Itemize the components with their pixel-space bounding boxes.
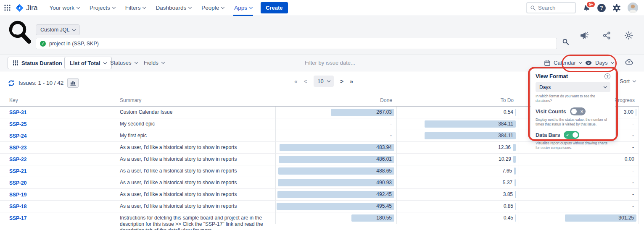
last-page-button[interactable]: » [350, 78, 353, 84]
sort-dropdown[interactable]: Sort [620, 78, 636, 84]
visit-counts-toggle[interactable]: ✕ [570, 107, 586, 115]
duration-value: - [632, 130, 634, 141]
chevron-down-icon [221, 5, 224, 9]
calendar-icon [544, 60, 550, 66]
issue-key-link[interactable]: SSP-25 [9, 121, 26, 127]
issue-key-link[interactable]: SSP-18 [9, 204, 26, 209]
report-type-label: Status Duration [21, 60, 62, 66]
chevron-down-icon [604, 85, 607, 88]
notification-badge: 9+ [586, 0, 596, 8]
view-mode-dropdown[interactable]: List of Total [64, 57, 112, 69]
format-help-text: In which format do you want to see the d… [536, 94, 610, 103]
todo-cell: 5.37 [396, 177, 518, 188]
issue-key-link[interactable]: SSP-19 [9, 192, 26, 198]
duration-value: - [390, 118, 392, 130]
megaphone-icon [580, 31, 589, 39]
inprogress-cell: 0.00 [518, 154, 639, 165]
issue-key-link[interactable]: SSP-24 [9, 133, 26, 139]
key-cell: SSP-19 [0, 189, 120, 200]
nav-item-people[interactable]: People [196, 0, 229, 16]
help-circle-icon[interactable]: ? [604, 73, 610, 79]
user-avatar[interactable] [628, 3, 638, 13]
first-page-button[interactable]: « [294, 78, 298, 84]
app-logo-magnifier-icon [7, 18, 34, 48]
next-page-button[interactable]: > [340, 78, 343, 84]
table-row: SSP-18As a user, I'd like a historical s… [0, 201, 639, 212]
help-button[interactable]: ? [597, 4, 606, 12]
export-button[interactable] [625, 59, 633, 65]
duration-value: 12.36 [498, 142, 511, 153]
key-cell: SSP-25 [0, 118, 120, 130]
summary-cell: As a user, I'd like a historical story t… [120, 189, 275, 200]
duration-value: 3.00 [624, 107, 633, 118]
issue-key-link[interactable]: SSP-21 [9, 168, 26, 174]
issue-key-link[interactable]: SSP-22 [9, 157, 26, 162]
duration-value: 0.85 [504, 201, 513, 212]
summary-cell: As a user, I'd like a historical story t… [120, 154, 275, 165]
grid-icon [13, 60, 18, 65]
issue-key-link[interactable]: SSP-17 [9, 215, 26, 221]
nav-item-label: Dashboards [156, 5, 186, 11]
nav-item-dashboards[interactable]: Dashboards [150, 0, 196, 16]
gear-icon [624, 31, 633, 40]
column-header-done[interactable]: Done [275, 96, 396, 106]
fields-dropdown[interactable]: Fields [144, 60, 164, 66]
data-bar [515, 203, 516, 210]
toggle-knob [571, 109, 577, 114]
view-format-dropdown[interactable]: Days [585, 60, 614, 66]
column-header-todo[interactable]: To Do [396, 96, 518, 106]
nav-item-apps[interactable]: Apps [229, 0, 257, 16]
refresh-button[interactable] [8, 80, 15, 86]
announcements-button[interactable] [580, 31, 589, 39]
page-size-select[interactable]: 10 [314, 76, 334, 87]
format-select[interactable]: Days [536, 82, 610, 92]
nav-item-your-work[interactable]: Your work [44, 0, 84, 16]
chevron-down-icon [134, 60, 137, 64]
data-bar [513, 144, 516, 151]
share-button[interactable] [603, 31, 611, 39]
settings-button[interactable] [612, 4, 621, 12]
report-settings-button[interactable] [624, 31, 633, 40]
global-search[interactable] [526, 2, 576, 13]
data-bar [514, 167, 516, 175]
app-switcher-icon[interactable] [0, 0, 14, 16]
data-bars-toggle[interactable]: ✓ [564, 131, 579, 139]
search-input[interactable] [538, 5, 572, 11]
view-format-panel: View Format ? Days In which format do yo… [531, 69, 615, 140]
chart-view-button[interactable] [67, 78, 79, 88]
prev-page-button[interactable]: < [304, 78, 307, 84]
done-cell: 488.65 [275, 165, 396, 177]
nav-item-label: Filters [125, 5, 141, 11]
issue-date-filter[interactable]: Filter by issue date... [305, 60, 355, 66]
run-query-button[interactable] [562, 39, 569, 47]
todo-cell: 10.29 [396, 154, 518, 165]
issue-key-link[interactable]: SSP-23 [9, 145, 26, 151]
duration-value: 0.45 [504, 212, 513, 224]
notifications-button[interactable]: 9+ [583, 4, 591, 12]
done-cell: 483.94 [275, 142, 396, 153]
nav-item-label: Projects [90, 5, 110, 11]
done-cell: 490.93 [275, 177, 396, 188]
duration-value: 5.37 [503, 177, 512, 188]
jql-query-input[interactable]: ✓ project in (SSP, SKP) [36, 38, 557, 49]
calendar-dropdown[interactable]: Calendar [544, 60, 582, 66]
cloud-export-icon [625, 59, 633, 65]
chevron-down-icon [103, 60, 106, 64]
statuses-dropdown[interactable]: Statuses [110, 60, 137, 66]
key-cell: SSP-31 [0, 107, 120, 118]
issue-key-link[interactable]: SSP-31 [9, 110, 26, 115]
issue-key-link[interactable]: SSP-20 [9, 180, 26, 186]
nav-item-label: People [201, 5, 219, 11]
eye-icon [585, 60, 592, 65]
valid-query-icon: ✓ [40, 41, 46, 47]
jira-logo[interactable]: Jira [15, 3, 37, 13]
summary-cell: Instructions for deleting this sample bo… [120, 212, 275, 230]
report-type-dropdown[interactable]: Status Duration [8, 57, 74, 69]
duration-value: 0.54 [504, 107, 513, 118]
nav-item-filters[interactable]: Filters [120, 0, 151, 16]
column-header-key[interactable]: Key [0, 96, 120, 106]
query-mode-selector[interactable]: Custom JQL [36, 24, 80, 35]
create-button[interactable]: Create [261, 2, 288, 13]
nav-item-projects[interactable]: Projects [84, 0, 120, 16]
column-header-summary[interactable]: Summary [120, 96, 275, 106]
